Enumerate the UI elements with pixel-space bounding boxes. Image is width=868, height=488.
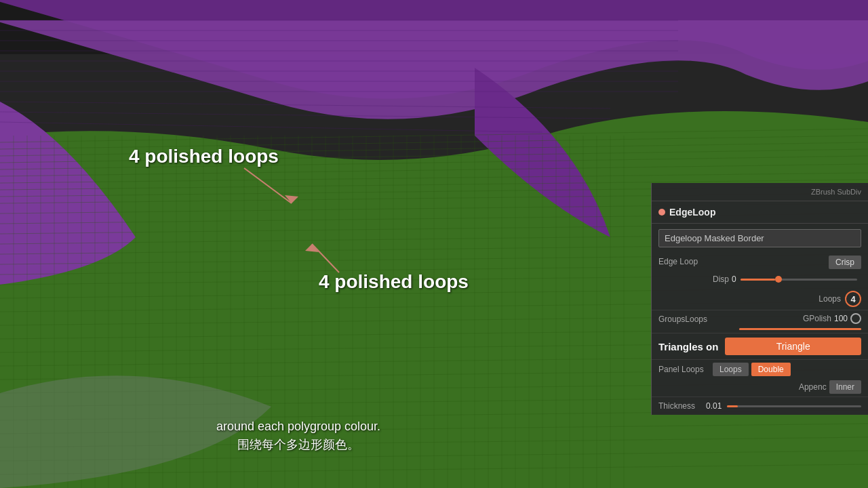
disp-label: Disp — [713, 274, 729, 284]
append-button[interactable]: Inner — [829, 380, 861, 394]
thickness-value: 0.01 — [706, 401, 722, 411]
gpolish-label: GPolish — [803, 314, 831, 323]
edge-loop-content: Crisp Disp 0 — [713, 256, 861, 288]
loops-value-circle: 4 — [845, 291, 861, 307]
triangles-on-label: Triangles on — [658, 341, 718, 352]
groups-loops-label: GroupsLoops — [658, 313, 713, 324]
loops-label: Loops — [818, 294, 841, 304]
thickness-slider[interactable] — [727, 405, 861, 407]
append-row: Appenc Inner — [652, 379, 868, 396]
loops-btn-loops[interactable]: Loops — [713, 363, 749, 376]
triangle-button[interactable]: Triangle — [725, 338, 861, 355]
gpolish-slider-track[interactable] — [739, 328, 861, 330]
subtitle-line2: 围绕每个多边形颜色。 — [0, 436, 597, 454]
edge-loop-row: Edge Loop Crisp Disp 0 — [652, 253, 868, 288]
loops-buttons-group: Loops Double — [713, 363, 791, 376]
append-label: Appenc — [799, 382, 827, 392]
right-panel: ZBrush SubDiv EdgeLoop Edgeloop Masked B… — [651, 183, 868, 415]
gpolish-row: GPolish 100 — [713, 313, 861, 324]
gpolish-slider-fill — [739, 328, 861, 330]
panel-loops-label: Panel Loops — [658, 365, 713, 374]
loops-row: Loops 4 — [652, 288, 868, 310]
loops-btn-double[interactable]: Double — [751, 363, 791, 376]
disp-slider-thumb — [775, 276, 782, 283]
triangles-on-row: Triangles on Triangle — [652, 333, 868, 359]
crisp-button[interactable]: Crisp — [829, 256, 861, 269]
thickness-slider-fill — [727, 405, 738, 407]
edge-loop-label: Edge Loop — [658, 256, 713, 266]
gpolish-circle — [850, 313, 861, 324]
disp-value: 0 — [732, 274, 736, 284]
subtitle-line1: around each polygroup colour. — [0, 418, 597, 436]
disp-slider-fill — [741, 279, 776, 281]
gpolish-slider-row — [652, 327, 868, 333]
subtitle: around each polygroup colour. 围绕每个多边形颜色。 — [0, 418, 597, 454]
gpolish-value: 100 — [834, 314, 848, 323]
edgeloop-dot — [658, 209, 665, 216]
groups-loops-row: GroupsLoops GPolish 100 — [652, 310, 868, 327]
disp-slider-track[interactable] — [741, 279, 857, 281]
thickness-row: Thickness 0.01 — [652, 396, 868, 415]
masked-border-button[interactable]: Edgeloop Masked Border — [658, 229, 861, 247]
thickness-label: Thickness — [658, 401, 706, 411]
panel-header-text: ZBrush SubDiv — [811, 188, 861, 196]
disp-row: Disp 0 — [713, 274, 861, 284]
edgeloop-title-row: EdgeLoop — [652, 201, 868, 224]
edgeloop-title-text: EdgeLoop — [669, 207, 715, 218]
panel-header: ZBrush SubDiv — [652, 183, 868, 201]
panel-loops-row: Panel Loops Loops Double — [652, 359, 868, 379]
